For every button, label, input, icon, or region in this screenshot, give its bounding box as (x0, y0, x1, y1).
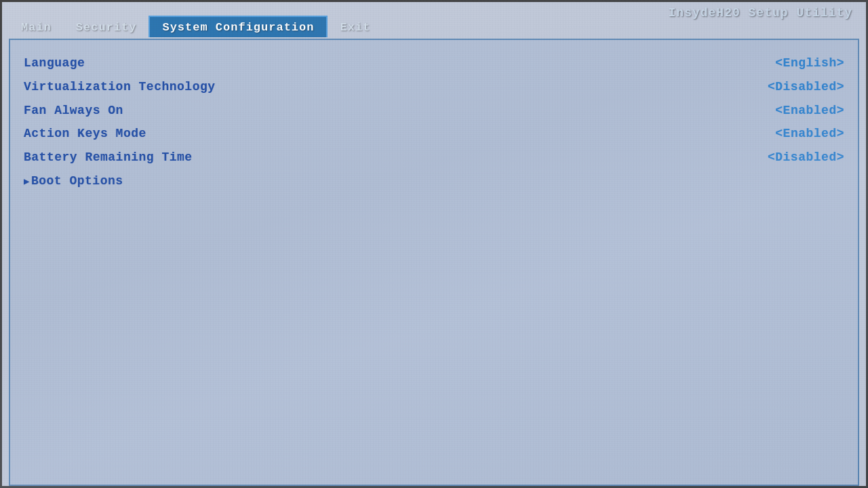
brand-label: InsydeH20 Setup Utility (669, 6, 852, 20)
top-bar: Main Security System Configuration Exit … (2, 2, 866, 37)
menu-item-action-keys[interactable]: Action Keys Mode (24, 124, 654, 144)
menu-list: Language Virtualization Technology Fan A… (10, 40, 668, 485)
value-virtualization: <Disabled> (768, 77, 844, 97)
value-action-keys: <Enabled> (775, 124, 844, 144)
value-language: <English> (775, 54, 844, 73)
menu-item-boot-options[interactable]: Boot Options (24, 171, 654, 191)
menu-item-battery[interactable]: Battery Remaining Time (24, 148, 654, 167)
value-battery: <Disabled> (768, 148, 844, 167)
tab-exit[interactable]: Exit (328, 17, 382, 37)
menu-item-language[interactable]: Language (24, 54, 654, 73)
value-fan: <Enabled> (775, 101, 844, 121)
menu-item-fan[interactable]: Fan Always On (24, 101, 654, 121)
menu-values: <English> <Disabled> <Enabled> <Enabled>… (668, 40, 858, 485)
tab-main[interactable]: Main (9, 17, 64, 37)
tab-system-configuration[interactable]: System Configuration (149, 16, 328, 37)
main-content: Language Virtualization Technology Fan A… (9, 39, 859, 486)
menu-item-virtualization[interactable]: Virtualization Technology (24, 77, 654, 97)
bios-screen: Main Security System Configuration Exit … (0, 0, 868, 488)
tab-security[interactable]: Security (64, 17, 149, 37)
nav-tabs: Main Security System Configuration Exit (2, 7, 382, 37)
